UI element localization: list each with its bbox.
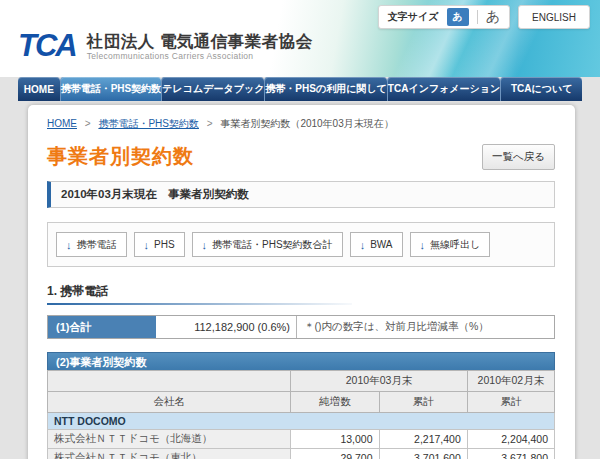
cumulative-prev-value: 2,204,400 — [467, 430, 554, 449]
site-header: 文字サイズ あ あ ENGLISH TCA 社団法人 電気通信事業者協会 Tel… — [0, 0, 600, 77]
english-button[interactable]: ENGLISH — [518, 5, 590, 29]
nav-tab-information[interactable]: TCAインフォメーション — [387, 77, 500, 101]
breadcrumb-current: 事業者別契約数（2010年03月末現在） — [220, 118, 393, 129]
company-name: 株式会社ＮＴＴドコモ（北海道） — [48, 430, 291, 449]
org-name-en: Telecommunications Carriers Association — [87, 51, 313, 61]
group-row: NTT DOCOMO — [48, 413, 555, 430]
table-columns-row: 会社名 純増数 累計 累計 — [48, 392, 555, 413]
company-column-header: 会社名 — [48, 392, 291, 413]
cumulative-prev-value: 3,671,800 — [467, 449, 554, 459]
jump-button-mobile[interactable]: ↓ 携帯電話 — [56, 232, 127, 257]
down-arrow-icon: ↓ — [144, 239, 150, 251]
nav-tab-home[interactable]: HOME — [18, 77, 60, 101]
nav-tab-usage[interactable]: 携帯・PHSの利用に関して — [264, 77, 387, 101]
period-current-header: 2010年03月末 — [291, 371, 467, 392]
org-name-block: 社団法人 電気通信事業者協会 Telecommunications Carrie… — [87, 32, 313, 61]
page-title: 事業者別契約数 — [47, 143, 194, 170]
jump-button-label: 無線呼出し — [430, 238, 480, 252]
down-arrow-icon: ↓ — [66, 239, 72, 251]
jump-button-box: ↓ 携帯電話 ↓ PHS ↓ 携帯電話・PHS契約数合計 ↓ BWA ↓ 無 — [47, 222, 555, 267]
title-row: 事業者別契約数 一覧へ戻る — [47, 143, 555, 170]
cumulative-value: 2,217,400 — [379, 430, 467, 449]
jump-button-label: PHS — [154, 239, 175, 250]
table-row: 株式会社ＮＴＴドコモ（東北） 29,700 3,701,600 3,671,80… — [48, 449, 555, 459]
cumulative-value: 3,701,600 — [379, 449, 467, 459]
total-summary-row: (1)合計 112,182,900 (0.6%) ＊()内の数字は、対前月比増減… — [47, 315, 555, 339]
main-area: HOME > 携帯電話・PHS契約数 > 事業者別契約数（2010年03月末現在… — [0, 101, 600, 459]
font-size-switcher: 文字サイズ あ あ — [378, 5, 510, 29]
down-arrow-icon: ↓ — [202, 239, 208, 251]
net-increase-column-header: 純増数 — [291, 392, 379, 413]
section-heading-underline — [47, 303, 352, 305]
nav-tab-databook[interactable]: テレコムデータブック — [161, 77, 264, 101]
period-prev-header: 2010年02月末 — [467, 371, 554, 392]
jump-button-phs[interactable]: ↓ PHS — [134, 232, 185, 257]
empty-header-cell — [48, 371, 291, 392]
org-name-jp: 社団法人 電気通信事業者協会 — [87, 32, 313, 50]
jump-button-label: 携帯電話・PHS契約数合計 — [212, 238, 333, 252]
jump-button-label: 携帯電話 — [77, 238, 117, 252]
nav-tab-about[interactable]: TCAについて — [500, 77, 582, 101]
subtitle-bar: 2010年03月末現在 事業者別契約数 — [47, 181, 555, 208]
back-to-list-button[interactable]: 一覧へ戻る — [482, 144, 555, 170]
jump-button-total[interactable]: ↓ 携帯電話・PHS契約数合計 — [192, 232, 343, 257]
table-row: 株式会社ＮＴＴドコモ（北海道） 13,000 2,217,400 2,204,4… — [48, 430, 555, 449]
company-name: 株式会社ＮＴＴドコモ（東北） — [48, 449, 291, 459]
font-size-small-button[interactable]: あ — [447, 8, 469, 26]
divider — [477, 10, 478, 24]
net-increase-value: 13,000 — [291, 430, 379, 449]
tca-logo-text: TCA — [18, 32, 76, 60]
total-label: (1)合計 — [48, 316, 156, 338]
content-card: HOME > 携帯電話・PHS契約数 > 事業者別契約数（2010年03月末現在… — [28, 105, 575, 459]
table-period-row: 2010年03月末 2010年02月末 — [48, 371, 555, 392]
breadcrumb-separator: > — [207, 118, 213, 129]
logo[interactable]: TCA 社団法人 電気通信事業者協会 Telecommunications Ca… — [18, 32, 313, 61]
jump-button-label: BWA — [370, 239, 392, 250]
carrier-contracts-table: 2010年03月末 2010年02月末 会社名 純増数 累計 累計 NTT DO… — [47, 370, 555, 459]
section-heading: 1. 携帯電話 — [47, 283, 555, 300]
cumulative-prev-column-header: 累計 — [467, 392, 554, 413]
jump-button-bwa[interactable]: ↓ BWA — [350, 232, 403, 257]
font-size-large-button[interactable]: あ — [486, 8, 500, 26]
top-controls: 文字サイズ あ あ ENGLISH — [378, 5, 590, 29]
font-size-label: 文字サイズ — [388, 10, 439, 24]
breadcrumb-parent-link[interactable]: 携帯電話・PHS契約数 — [98, 118, 199, 129]
jump-button-pager[interactable]: ↓ 無線呼出し — [410, 232, 491, 257]
nav-tab-contracts[interactable]: 携帯電話・PHS契約数 — [60, 77, 162, 101]
group-label: NTT DOCOMO — [48, 413, 555, 430]
net-increase-value: 29,700 — [291, 449, 379, 459]
down-arrow-icon: ↓ — [360, 239, 366, 251]
main-nav: HOME 携帯電話・PHS契約数 テレコムデータブック 携帯・PHSの利用に関し… — [18, 77, 582, 101]
table-caption: (2)事業者別契約数 — [47, 352, 555, 370]
cumulative-column-header: 累計 — [379, 392, 467, 413]
total-value: 112,182,900 (0.6%) — [156, 316, 297, 338]
total-note: ＊()内の数字は、対前月比増減率（%） — [297, 316, 554, 338]
page: 文字サイズ あ あ ENGLISH TCA 社団法人 電気通信事業者協会 Tel… — [0, 0, 600, 459]
breadcrumb-separator: > — [85, 118, 91, 129]
breadcrumb: HOME > 携帯電話・PHS契約数 > 事業者別契約数（2010年03月末現在… — [47, 117, 555, 131]
breadcrumb-home-link[interactable]: HOME — [47, 118, 77, 129]
down-arrow-icon: ↓ — [420, 239, 426, 251]
